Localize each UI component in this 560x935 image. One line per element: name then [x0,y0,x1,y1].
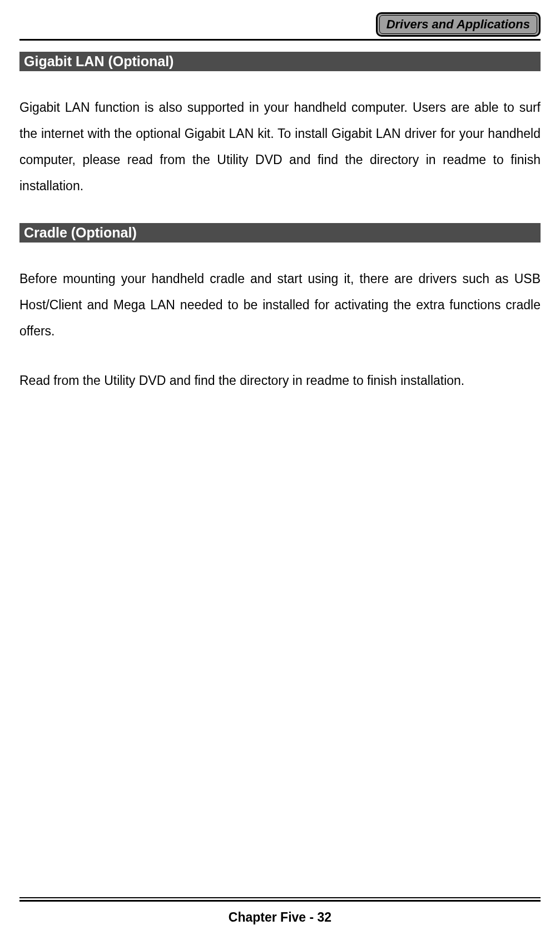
footer-divider-area [19,897,541,902]
header-row: Drivers and Applications [19,12,541,37]
header-badge: Drivers and Applications [376,12,541,37]
top-divider [19,39,541,41]
paragraph-cradle-1: Before mounting your handheld cradle and… [19,266,541,344]
bottom-divider-thin [19,897,541,898]
bottom-divider-thick [19,900,541,902]
section-heading-cradle: Cradle (Optional) [19,223,541,243]
header-badge-text: Drivers and Applications [379,15,537,34]
section-heading-gigabit-lan: Gigabit LAN (Optional) [19,52,541,71]
paragraph-gigabit-lan: Gigabit LAN function is also supported i… [19,95,541,200]
paragraph-cradle-2: Read from the Utility DVD and find the d… [19,368,541,394]
page-content: Drivers and Applications Gigabit LAN (Op… [0,0,560,394]
page-number: Chapter Five - 32 [0,910,560,925]
